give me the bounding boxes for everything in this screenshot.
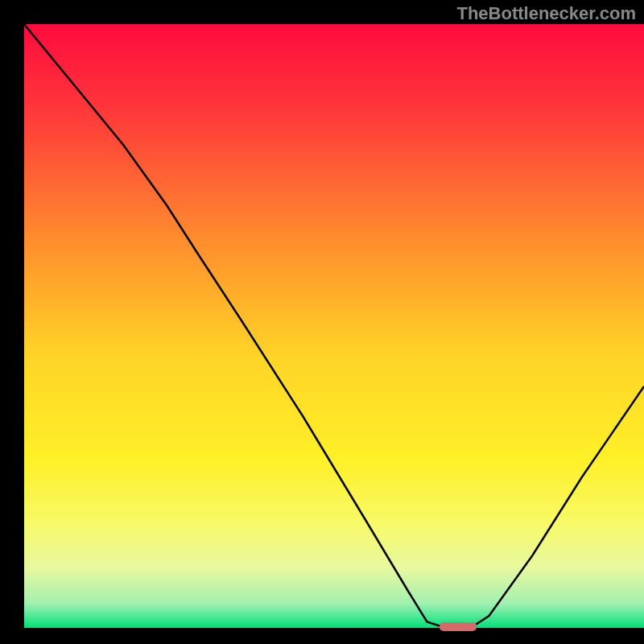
- chart-svg: [0, 0, 644, 644]
- watermark-text: TheBottlenecker.com: [456, 3, 636, 24]
- gradient-background: [24, 24, 644, 628]
- bottleneck-chart: [0, 0, 644, 644]
- optimal-marker: [440, 622, 477, 631]
